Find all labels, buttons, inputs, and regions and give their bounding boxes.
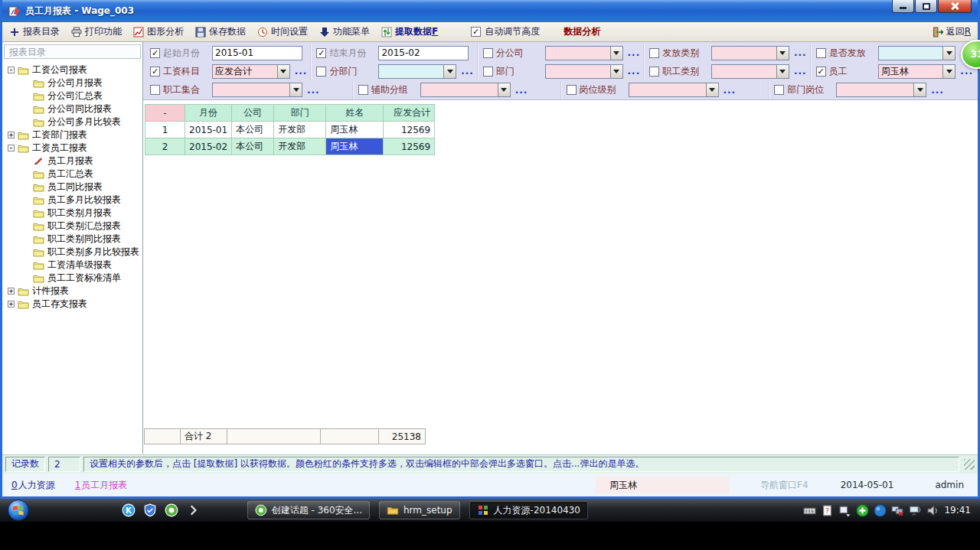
department-post-more-button[interactable]: ... [931,85,944,96]
table-cell[interactable]: 周玉林 [326,122,384,138]
table-cell[interactable]: 周玉林 [326,138,384,155]
table-cell[interactable]: 开发部 [274,138,326,155]
dropdown-arrow-icon[interactable] [706,83,718,96]
toolbar-extract-data-button[interactable]: 提取数据F [381,25,438,38]
department-more-button[interactable]: ... [628,66,641,76]
maximize-button[interactable] [915,0,937,13]
column-header[interactable]: 部门 [274,105,326,122]
tree-item[interactable]: 工资清单级报表 [5,259,142,272]
post-level-more-button[interactable]: ... [724,85,737,96]
post-level-checkbox[interactable] [567,85,577,95]
employee-category-select[interactable] [711,64,789,79]
tree-item[interactable]: 职工类别多月比较报表 [5,246,142,259]
tree-item[interactable]: 职工类别汇总报表 [5,220,142,233]
tree-item[interactable]: +计件报表 [5,285,142,298]
toolbar-chart-analysis-button[interactable]: 图形分析 [133,25,184,38]
salary-item-more-button[interactable]: ... [295,66,308,76]
table-cell[interactable]: 2015-01 [185,122,232,138]
green-plus-icon[interactable] [856,504,869,517]
employee-category-checkbox[interactable] [649,67,659,76]
tab-monthly-report[interactable]: 1员工月报表 [75,479,128,492]
nav-window-label[interactable]: 导航窗口F4 [760,479,808,492]
column-header[interactable]: 月份 [185,105,232,122]
start-button[interactable] [5,499,31,522]
table-cell[interactable]: 本公司 [232,138,274,155]
tree-item[interactable]: 员工汇总表 [5,168,142,181]
aux-group-more-button[interactable]: ... [515,85,528,96]
table-row[interactable]: 12015-01本公司开发部周玉林12569 [145,122,435,138]
employee-category-more-button[interactable]: ... [794,66,807,76]
pay-category-select[interactable] [711,46,789,60]
column-header[interactable]: 姓名 [326,105,384,122]
browser-icon[interactable] [165,503,178,517]
taskbar-button[interactable]: 创建话题 - 360安全... [247,501,370,519]
kugou-icon[interactable]: K [122,503,136,517]
sub-department-more-button[interactable]: ... [461,66,474,76]
dropdown-arrow-icon[interactable] [610,65,622,78]
department-post-checkbox[interactable] [774,85,784,95]
tree-item[interactable]: 员工月报表 [5,155,142,168]
toolbar-time-setting-button[interactable]: 时间设置 [257,25,308,38]
tree-item[interactable]: 分公司同比报表 [5,103,142,116]
pay-category-checkbox[interactable] [649,48,659,58]
department-select[interactable] [545,64,623,79]
keyboard-icon[interactable] [803,504,816,517]
tree-toggle-icon[interactable]: + [8,288,15,295]
taskbar-button[interactable]: hrm_setup [379,501,460,519]
salary-item-checkbox[interactable]: ✓ [150,67,160,76]
sub-department-select[interactable] [378,64,456,79]
chevron-right-icon[interactable] [186,503,200,517]
column-header[interactable]: 公司 [232,105,274,122]
tree-item[interactable]: 分公司汇总表 [5,89,142,103]
tree-item[interactable]: +员工存支报表 [5,298,142,311]
column-header[interactable]: - [145,105,185,122]
employee-select[interactable]: 周玉林 [878,64,956,79]
end-month-input[interactable] [378,46,469,60]
tree-toggle-icon[interactable]: + [8,132,15,138]
close-button[interactable] [938,0,972,13]
department-post-select[interactable] [836,83,926,97]
sub-department-checkbox[interactable] [316,67,326,76]
end-month-checkbox[interactable]: ✓ [316,48,326,58]
aux-group-select[interactable] [420,83,511,97]
data-analysis-label[interactable]: 数据分析 [564,25,600,38]
tree-item[interactable]: 员工工资标准清单 [5,272,142,285]
return-button[interactable]: 返回R [933,25,971,38]
dropdown-arrow-icon[interactable] [610,47,622,60]
dropdown-arrow-icon[interactable] [776,47,789,60]
auto-height-checkbox[interactable]: ✓ [471,27,481,37]
dropdown-arrow-icon[interactable] [277,65,289,78]
branch-company-more-button[interactable]: ... [628,47,641,58]
employee-set-select[interactable] [212,83,302,97]
salary-item-select[interactable]: 应发合计 [212,64,290,79]
is-paid-checkbox[interactable] [816,48,826,58]
toolbar-function-menu-button[interactable]: 功能菜单 [319,25,370,38]
tree-item[interactable]: 员工同比报表 [5,181,142,194]
employee-set-checkbox[interactable] [150,85,160,95]
tree-toggle-icon[interactable]: + [8,301,15,308]
dropdown-arrow-icon[interactable] [776,65,789,78]
tree-toggle-icon[interactable]: - [8,67,15,73]
tree-item[interactable]: 分公司多月比较表 [5,116,142,129]
toolbar-save-data-button[interactable]: 保存数据 [195,25,246,38]
tree-item[interactable]: 分公司月报表 [5,76,142,89]
titlebar[interactable]: 员工月报表 - Wage_003 [2,0,978,22]
tree-item[interactable]: +工资部门报表 [5,129,142,142]
dropdown-arrow-icon[interactable] [498,83,510,96]
display-icon[interactable] [909,504,922,517]
tray-clock[interactable]: 19:41 [939,505,978,516]
window-restore-icon[interactable] [838,504,851,517]
blue-ball-icon[interactable] [874,504,887,517]
security-icon[interactable] [143,503,157,517]
table-cell[interactable]: 本公司 [232,122,274,138]
resize-grip-icon[interactable] [964,459,975,470]
table-cell[interactable]: 12569 [384,138,435,155]
tree-item[interactable]: -工资公司报表 [5,63,142,76]
tree-item[interactable]: 职工类别月报表 [5,207,142,220]
employee-checkbox[interactable]: ✓ [816,67,826,76]
table-cell[interactable]: 2015-02 [185,138,232,155]
table-cell[interactable]: 1 [145,122,185,138]
tree-item[interactable]: 职工类别同比报表 [5,233,142,246]
table-cell[interactable]: 2 [145,138,185,155]
pay-category-more-button[interactable]: ... [794,47,807,58]
